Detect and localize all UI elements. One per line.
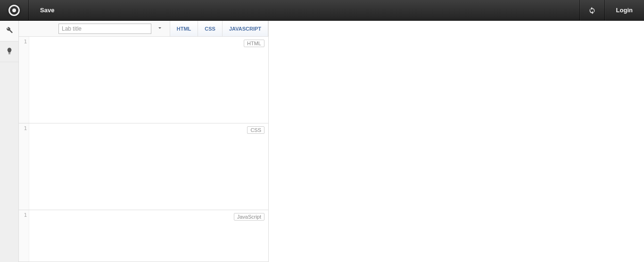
badge-label: HTML	[247, 41, 261, 46]
css-editor[interactable]	[29, 123, 268, 210]
wrench-icon	[6, 26, 13, 36]
line-number: 1	[24, 39, 27, 45]
pane-badge-html[interactable]: HTML	[244, 40, 264, 47]
line-gutter: 1	[19, 210, 29, 262]
line-number: 1	[24, 212, 27, 218]
tab-javascript[interactable]: JAVASCRIPT	[222, 21, 268, 36]
main-area: HTML CSS JAVASCRIPT 1	[19, 21, 644, 262]
editor-pane-html: 1 HTML	[19, 37, 268, 123]
editor-pane-css: 1 CSS	[19, 123, 268, 210]
refresh-button[interactable]	[580, 0, 604, 21]
arrow-down-icon	[157, 25, 163, 32]
line-number: 1	[24, 125, 27, 131]
badge-label: JavaScript	[237, 214, 261, 220]
line-gutter: 1	[19, 37, 29, 123]
sub-toolbar: HTML CSS JAVASCRIPT	[19, 21, 268, 37]
lab-title-input[interactable]	[58, 24, 151, 34]
pane-badge-js[interactable]: JavaScript	[234, 213, 264, 221]
preview-pane	[269, 21, 644, 262]
app-body: HTML CSS JAVASCRIPT 1	[0, 21, 644, 262]
save-label: Save	[40, 7, 54, 14]
left-rail	[0, 21, 19, 262]
login-label: Login	[616, 7, 633, 14]
html-editor[interactable]	[29, 37, 268, 123]
badge-label: CSS	[250, 127, 261, 133]
tab-label: CSS	[205, 26, 215, 32]
lightbulb-icon	[6, 47, 13, 57]
title-dropdown-button[interactable]	[154, 24, 165, 34]
top-bar: Save Login	[0, 0, 644, 21]
editor-tabs: HTML CSS JAVASCRIPT	[170, 21, 268, 36]
tab-css[interactable]: CSS	[198, 21, 222, 36]
js-editor[interactable]	[29, 210, 268, 262]
tab-label: JAVASCRIPT	[229, 26, 261, 32]
save-button[interactable]: Save	[29, 0, 66, 21]
editor-pane-js: 1 JavaScript	[19, 210, 268, 262]
refresh-icon	[588, 7, 596, 14]
logo[interactable]	[0, 0, 28, 21]
tab-html[interactable]: HTML	[170, 21, 198, 36]
sidebar-item-hints[interactable]	[0, 41, 18, 62]
editor-panes: 1 HTML 1 CSS	[19, 37, 268, 262]
line-gutter: 1	[19, 123, 29, 210]
editors-column: HTML CSS JAVASCRIPT 1	[19, 21, 269, 262]
pane-badge-css[interactable]: CSS	[247, 126, 264, 134]
login-button[interactable]: Login	[605, 0, 644, 21]
tab-label: HTML	[177, 26, 191, 32]
sidebar-item-settings[interactable]	[0, 21, 18, 41]
